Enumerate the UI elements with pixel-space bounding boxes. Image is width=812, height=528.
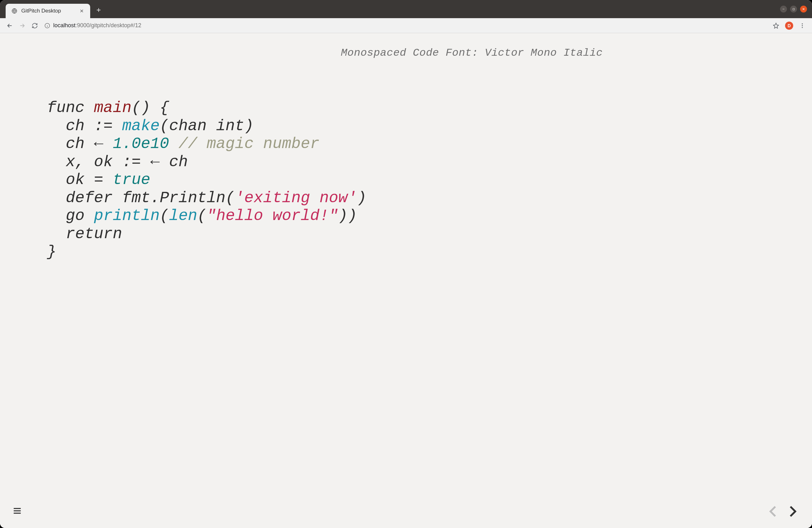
window-controls bbox=[780, 6, 809, 13]
url-host: localhost bbox=[53, 22, 75, 29]
code-token: return bbox=[47, 225, 122, 243]
code-comment: // magic number bbox=[178, 135, 319, 153]
code-token: println bbox=[94, 207, 160, 225]
code-token: main bbox=[94, 99, 131, 117]
code-token: )) bbox=[338, 207, 357, 225]
code-token: x, ok := ← ch bbox=[47, 153, 188, 171]
code-token bbox=[169, 135, 178, 153]
slide-title: Monospaced Code Font: Victor Mono Italic bbox=[0, 47, 812, 59]
browser-tab[interactable]: GitPitch Desktop bbox=[6, 4, 90, 18]
svg-point-5 bbox=[802, 27, 802, 28]
next-slide-button[interactable] bbox=[785, 504, 799, 518]
code-token: make bbox=[122, 117, 160, 135]
code-token: go bbox=[47, 207, 94, 225]
reload-button[interactable] bbox=[29, 20, 40, 31]
minimize-button[interactable] bbox=[780, 6, 787, 13]
back-button[interactable] bbox=[4, 20, 15, 31]
code-token: () { bbox=[131, 99, 169, 117]
avatar-initial: D bbox=[787, 23, 791, 28]
bookmark-button[interactable] bbox=[771, 20, 781, 31]
code-token: ch ← bbox=[47, 135, 113, 153]
tab-title: GitPitch Desktop bbox=[21, 8, 75, 14]
slide-viewport: Monospaced Code Font: Victor Mono Italic… bbox=[0, 33, 812, 528]
browser-toolbar: localhost:9000/gitpitch/desktop#/12 D bbox=[0, 18, 812, 33]
browser-window: GitPitch Desktop bbox=[0, 0, 812, 528]
forward-button[interactable] bbox=[17, 20, 28, 31]
titlebar: GitPitch Desktop bbox=[0, 0, 812, 18]
close-tab-button[interactable] bbox=[79, 8, 85, 14]
code-token: ) bbox=[357, 189, 366, 207]
address-bar[interactable]: localhost:9000/gitpitch/desktop#/12 bbox=[42, 22, 766, 29]
code-token: } bbox=[47, 243, 56, 261]
code-token: defer fmt.Println( bbox=[47, 189, 235, 207]
svg-point-4 bbox=[802, 25, 802, 26]
prev-slide-button[interactable] bbox=[766, 504, 781, 518]
new-tab-button[interactable] bbox=[93, 5, 104, 15]
url-path: /gitpitch/desktop#/12 bbox=[90, 22, 141, 29]
code-string: "hello world!" bbox=[207, 207, 338, 225]
toolbar-right: D bbox=[771, 20, 808, 31]
url-port: :9000 bbox=[75, 22, 90, 29]
code-token: ch := bbox=[47, 117, 122, 135]
site-info-icon[interactable] bbox=[44, 23, 50, 29]
code-token: 1.0e10 bbox=[113, 135, 169, 153]
code-token: true bbox=[113, 171, 150, 189]
globe-icon bbox=[11, 8, 17, 14]
code-token: ok = bbox=[47, 171, 113, 189]
svg-point-3 bbox=[802, 23, 802, 24]
code-string: 'exiting now' bbox=[235, 189, 357, 207]
profile-avatar[interactable]: D bbox=[785, 21, 793, 30]
url-text: localhost:9000/gitpitch/desktop#/12 bbox=[53, 22, 141, 29]
code-block: func main() { ch := make(chan int) ch ← … bbox=[47, 99, 787, 261]
code-token: func bbox=[47, 99, 94, 117]
kebab-menu-button[interactable] bbox=[797, 20, 808, 31]
code-token: len bbox=[169, 207, 197, 225]
close-window-button[interactable] bbox=[800, 6, 807, 13]
svg-rect-1 bbox=[793, 8, 794, 10]
slide-nav bbox=[766, 504, 799, 518]
maximize-button[interactable] bbox=[790, 6, 797, 13]
slide-menu-button[interactable] bbox=[13, 506, 22, 515]
code-token: ( bbox=[160, 207, 169, 225]
code-token: (chan int) bbox=[160, 117, 253, 135]
code-token: ( bbox=[197, 207, 207, 225]
